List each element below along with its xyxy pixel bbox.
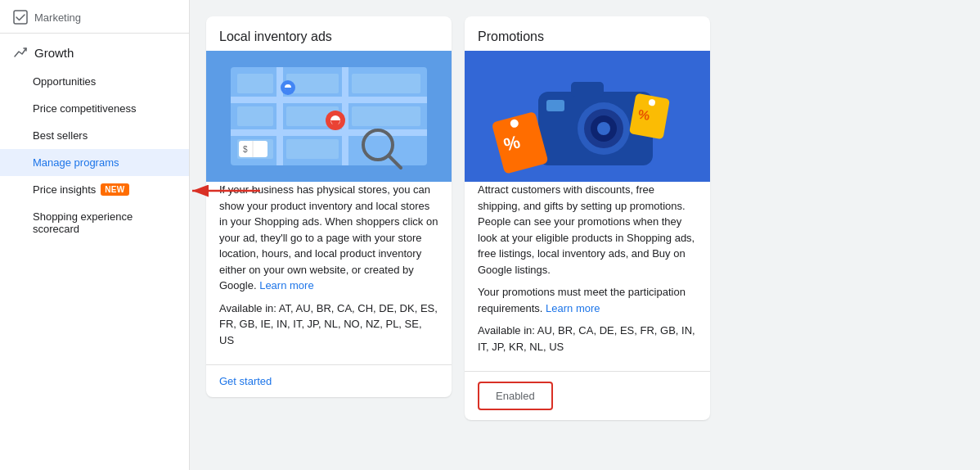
price-insights-label: Price insights	[33, 183, 96, 196]
sidebar-item-opportunities[interactable]: Opportunities	[0, 68, 189, 95]
svg-text:%: %	[637, 107, 651, 123]
main-content: Local inventory ads	[190, 0, 980, 470]
promotions-footer: Enabled	[465, 371, 710, 420]
new-badge: NEW	[101, 183, 128, 196]
promotions-image: % %	[465, 51, 710, 182]
card-title-local-inventory: Local inventory ads	[206, 16, 452, 51]
promotions-body: Attract customers with discounts, free s…	[465, 182, 710, 371]
sidebar-item-best-sellers[interactable]: Best sellers	[0, 122, 189, 149]
local-inventory-availability: Available in: AT, AU, BR, CA, CH, DE, DK…	[219, 301, 438, 349]
promotions-availability: Available in: AU, BR, CA, DE, ES, FR, GB…	[478, 323, 697, 355]
growth-section-header: Growth	[0, 34, 189, 68]
sidebar-item-shopping-experience[interactable]: Shopping experience scorecard	[0, 203, 189, 242]
promotions-description: Attract customers with discounts, free s…	[478, 182, 697, 278]
svg-rect-34	[571, 82, 604, 97]
local-inventory-learn-more[interactable]: Learn more	[259, 279, 313, 291]
svg-rect-16	[286, 139, 339, 159]
marketing-label: Marketing	[34, 11, 81, 24]
manage-programs-label: Manage programs	[33, 156, 119, 169]
svg-rect-12	[237, 106, 273, 126]
sidebar-marketing-section: Marketing	[0, 0, 189, 34]
svg-point-33	[597, 122, 610, 135]
get-started-button[interactable]: Get started	[219, 375, 272, 387]
price-competitiveness-label: Price competitiveness	[33, 102, 136, 115]
sidebar-item-manage-programs[interactable]: Manage programs	[0, 149, 189, 176]
card-title-promotions: Promotions	[465, 16, 710, 51]
local-inventory-ads-card: Local inventory ads	[206, 16, 452, 397]
camera-svg: % %	[473, 51, 702, 182]
local-inventory-image: $	[206, 51, 452, 182]
opportunities-label: Opportunities	[33, 75, 96, 88]
growth-icon	[13, 45, 28, 60]
shopping-experience-label: Shopping experience scorecard	[33, 210, 176, 235]
svg-rect-9	[237, 74, 273, 93]
checkbox-icon	[13, 10, 28, 25]
promotions-learn-more[interactable]: Learn more	[546, 302, 600, 314]
best-sellers-label: Best sellers	[33, 129, 88, 142]
svg-text:$: $	[243, 145, 248, 154]
promotions-card: Promotions %	[465, 16, 710, 420]
local-inventory-description: If your business has physical stores, yo…	[219, 182, 438, 294]
local-inventory-footer: Get started	[206, 364, 452, 397]
local-inventory-body: If your business has physical stores, yo…	[206, 182, 452, 364]
sidebar-item-price-competitiveness[interactable]: Price competitiveness	[0, 95, 189, 122]
growth-label: Growth	[34, 46, 74, 60]
sidebar: Marketing Growth Opportunities Price com…	[0, 0, 190, 470]
svg-rect-35	[546, 100, 564, 111]
map-svg: $	[214, 51, 443, 182]
enabled-button[interactable]: Enabled	[478, 382, 553, 410]
svg-rect-11	[352, 74, 420, 93]
promotions-requirements: Your promotions must meet the participat…	[478, 284, 697, 316]
sidebar-item-price-insights[interactable]: Price insights NEW	[0, 176, 189, 203]
svg-rect-14	[352, 106, 420, 126]
